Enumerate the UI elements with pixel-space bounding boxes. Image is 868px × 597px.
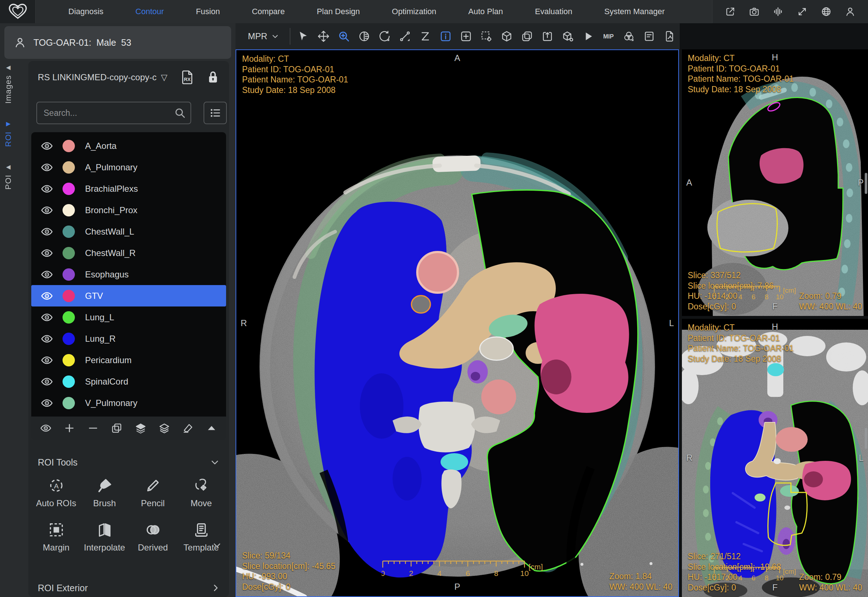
visibility-eye-icon[interactable] <box>41 249 53 257</box>
user-icon[interactable] <box>845 6 856 17</box>
collapse-panel-icon[interactable] <box>206 422 217 434</box>
structure-set-name[interactable]: RS LINKINGMED-copy-copy-c <box>38 72 157 82</box>
pencil-icon <box>144 477 161 494</box>
visibility-eye-icon[interactable] <box>41 356 53 365</box>
patient-icon <box>14 36 26 49</box>
camera-icon[interactable] <box>749 6 760 17</box>
tool-auto-rois[interactable]: A Auto ROIs <box>32 477 80 508</box>
play-icon[interactable] <box>582 30 594 43</box>
roi-row-chestwall-r[interactable]: ChestWall_R <box>31 242 226 264</box>
viewport-axial[interactable]: Modality: CT Patient ID: TOG-OAR-01 Pati… <box>235 49 679 597</box>
tool-derived[interactable]: Derived <box>129 521 177 553</box>
viewport-coronal[interactable]: Modality: CT Patient ID: TOG-OAR-01 Pati… <box>682 319 868 597</box>
visibility-eye-icon[interactable] <box>41 163 53 172</box>
lock-icon[interactable] <box>206 69 220 85</box>
tool-interpolate[interactable]: Interpolate <box>80 521 129 553</box>
roi-row-spinalcord[interactable]: SpinalCord <box>31 371 226 392</box>
nav-item-evaluation[interactable]: Evaluation <box>519 0 588 23</box>
slice-line: Slice: 337/512 <box>688 270 774 281</box>
visibility-eye-icon[interactable] <box>41 184 53 193</box>
rotate-icon[interactable] <box>378 30 391 43</box>
blend-icon[interactable] <box>623 30 635 43</box>
rail-tab-images[interactable]: ◀ Images <box>4 64 13 104</box>
roi-tools-header[interactable]: ROI Tools <box>38 457 220 468</box>
roi-row-pericardium[interactable]: Pericardium <box>31 349 226 371</box>
slice-scrollbar-thumb[interactable] <box>865 428 867 449</box>
nav-item-optimization[interactable]: Optimization <box>376 0 452 23</box>
mip-icon[interactable]: MIP <box>602 30 615 43</box>
nav-item-plan-design[interactable]: Plan Design <box>301 0 376 23</box>
pointer-icon[interactable] <box>297 30 309 43</box>
pan-icon[interactable] <box>317 30 330 43</box>
expand-icon[interactable] <box>797 6 808 17</box>
duplicate-roi-icon[interactable] <box>111 422 122 434</box>
rail-tab-roi[interactable]: ▶ ROI <box>4 120 13 147</box>
roi-row-v-pulmonary[interactable]: V_Pulmonary <box>31 392 226 414</box>
export-icon[interactable] <box>725 6 736 17</box>
copy-view-icon[interactable] <box>521 30 533 43</box>
roi-row-brachialplexs[interactable]: BrachialPlexs <box>31 178 226 199</box>
waveform-icon[interactable] <box>773 6 784 17</box>
nav-item-diagnosis[interactable]: Diagnosis <box>52 0 119 23</box>
layers-filled-icon[interactable] <box>135 422 146 434</box>
toggle-all-visibility-icon[interactable] <box>40 422 52 434</box>
cube-settings-icon[interactable] <box>561 30 574 43</box>
roi-row-a-aorta[interactable]: A_Aorta <box>31 135 226 156</box>
nav-item-system-manager[interactable]: System Manager <box>588 0 681 23</box>
export-view-icon[interactable] <box>541 30 554 43</box>
tool-margin[interactable]: Margin <box>32 521 80 553</box>
tools-more-chevron-icon[interactable] <box>211 540 222 551</box>
roi-row-bronchi-prox[interactable]: Bronchi_Prox <box>31 199 226 221</box>
zoom-in-icon[interactable] <box>338 30 350 43</box>
nav-item-auto-plan[interactable]: Auto Plan <box>452 0 519 23</box>
visibility-eye-icon[interactable] <box>41 292 53 300</box>
nav-item-fusion[interactable]: Fusion <box>180 0 236 23</box>
roi-row-lung-r[interactable]: Lung_R <box>31 328 226 349</box>
cube-3d-icon[interactable] <box>500 30 513 43</box>
visibility-eye-icon[interactable] <box>41 377 53 386</box>
rx-document-icon[interactable]: RX <box>180 69 195 85</box>
eraser-icon[interactable] <box>182 422 194 434</box>
visibility-eye-icon[interactable] <box>41 399 53 407</box>
layers-outline-icon[interactable] <box>158 422 170 434</box>
visibility-eye-icon[interactable] <box>41 313 53 322</box>
patient-bar[interactable]: TOG-OAR-01: Male 53 <box>4 26 231 59</box>
roi-row-lung-l[interactable]: Lung_L <box>31 306 226 328</box>
visibility-eye-icon[interactable] <box>41 142 53 150</box>
visibility-eye-icon[interactable] <box>41 270 53 279</box>
tool-brush[interactable]: Brush <box>80 477 129 508</box>
visibility-eye-icon[interactable] <box>41 334 53 343</box>
add-roi-icon[interactable] <box>64 422 75 434</box>
structure-set-dropdown-icon[interactable]: ▽ <box>161 73 168 82</box>
search-input[interactable] <box>37 102 191 123</box>
roi-row-chestwall-l[interactable]: ChestWall_L <box>31 221 226 242</box>
roi-row-gtv[interactable]: GTV <box>31 285 226 306</box>
notes-icon[interactable] <box>643 30 655 43</box>
layout-mode-dropdown[interactable]: MPR <box>241 31 287 42</box>
scroll-stack-icon[interactable] <box>419 30 432 43</box>
tool-pencil[interactable]: Pencil <box>129 477 177 508</box>
crosshair-box-icon[interactable] <box>460 30 472 43</box>
nav-item-contour[interactable]: Contour <box>119 0 180 23</box>
app-logo[interactable] <box>0 0 36 23</box>
visibility-eye-icon[interactable] <box>41 227 53 236</box>
chevron-down-icon[interactable] <box>209 457 220 468</box>
window-level-icon[interactable] <box>358 30 371 43</box>
measure-icon[interactable] <box>399 30 411 43</box>
roi-row-a-pulmonary[interactable]: A_Pulmonary <box>31 156 226 178</box>
tool-move[interactable]: Move <box>177 477 225 508</box>
remove-roi-icon[interactable] <box>87 422 99 434</box>
roi-select-icon[interactable] <box>480 30 493 43</box>
roi-exterior-row[interactable]: ROI Exterior <box>38 582 221 593</box>
roi-row-esophagus[interactable]: Esophagus <box>31 264 226 285</box>
pdf-file-icon[interactable] <box>663 30 676 43</box>
roi-list-view-button[interactable] <box>204 102 227 124</box>
globe-icon[interactable] <box>821 6 832 17</box>
visibility-eye-icon[interactable] <box>41 206 53 215</box>
search-icon[interactable] <box>174 107 186 119</box>
slice-scrollbar-thumb[interactable] <box>865 173 867 194</box>
rail-tab-poi[interactable]: ◀ POI <box>4 163 13 190</box>
info-overlay-icon[interactable] <box>439 30 452 43</box>
viewport-sagittal[interactable]: Modality: CT Patient ID: TOG-OAR-01 Pati… <box>682 49 868 316</box>
nav-item-compare[interactable]: Compare <box>236 0 301 23</box>
